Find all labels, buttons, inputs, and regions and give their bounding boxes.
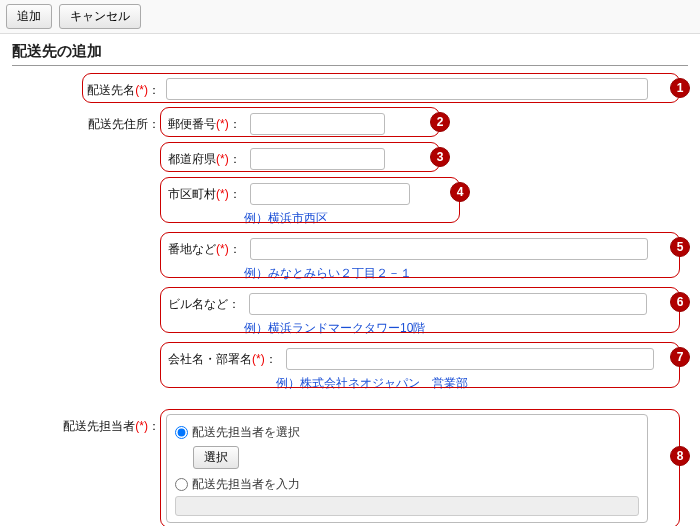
pref-input[interactable] [250, 148, 385, 170]
building-input[interactable] [249, 293, 647, 315]
radio-person-select-label: 配送先担当者を選択 [192, 424, 300, 441]
callout-8: 8 [670, 446, 690, 466]
street-input[interactable] [250, 238, 648, 260]
label-city: 市区町村(*)： [166, 182, 243, 207]
label-person: 配送先担当者(*)： [16, 414, 166, 435]
cancel-button-top[interactable]: キャンセル [59, 4, 141, 29]
callout-3: 3 [430, 147, 450, 167]
radio-person-input[interactable] [175, 478, 188, 491]
add-button-top[interactable]: 追加 [6, 4, 52, 29]
callout-5: 5 [670, 237, 690, 257]
label-name: 配送先名(*)： [16, 78, 166, 99]
name-input[interactable] [166, 78, 648, 100]
callout-6: 6 [670, 292, 690, 312]
city-input[interactable] [250, 183, 410, 205]
example-street: 例）みなとみらい２丁目２－１ [244, 262, 684, 282]
page-title: 配送先の追加 [12, 42, 688, 66]
callout-4: 4 [450, 182, 470, 202]
callout-1: 1 [670, 78, 690, 98]
select-button[interactable]: 選択 [193, 446, 239, 469]
radio-person-select[interactable] [175, 426, 188, 439]
callout-2: 2 [430, 112, 450, 132]
label-street: 番地など(*)： [166, 237, 243, 262]
label-company: 会社名・部署名(*)： [166, 347, 279, 372]
company-input[interactable] [286, 348, 654, 370]
example-city: 例）横浜市西区 [244, 207, 684, 227]
label-postal: 郵便番号(*)： [166, 112, 243, 137]
postal-input[interactable] [250, 113, 385, 135]
example-building: 例）横浜ランドマークタワー10階 [244, 317, 684, 337]
label-pref: 都道府県(*)： [166, 147, 243, 172]
radio-person-input-label: 配送先担当者を入力 [192, 476, 300, 493]
person-input-disabled [175, 496, 639, 516]
label-building: ビル名など： [166, 292, 242, 317]
person-panel: 配送先担当者を選択 選択 配送先担当者を入力 [166, 414, 648, 523]
example-company: 例）株式会社ネオジャパン 営業部 [276, 372, 684, 392]
callout-7: 7 [670, 347, 690, 367]
label-address: 配送先住所： [16, 112, 166, 133]
